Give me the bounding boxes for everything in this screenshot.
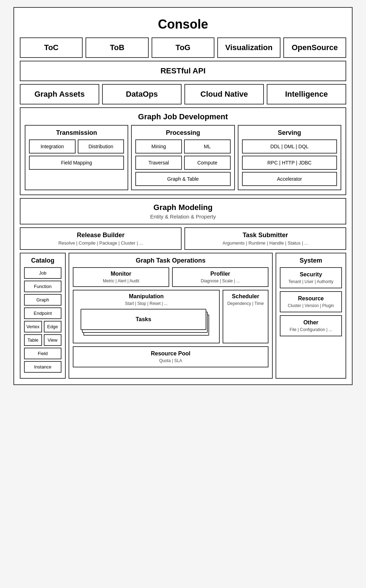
nav-tog[interactable]: ToG: [152, 37, 214, 58]
diagram-container: Console ToC ToB ToG Visualization OpenSo…: [13, 7, 353, 385]
accelerator-cell: Accelerator: [242, 172, 337, 186]
task-card-front: Tasks: [81, 309, 206, 330]
scheduler: Scheduler Dependency | Time: [223, 290, 268, 343]
cloud-native[interactable]: Cloud Native: [184, 84, 264, 104]
gjd-title: Graph Job Development: [25, 112, 341, 121]
compute-cell: Compute: [184, 156, 231, 170]
ts-subtitle: Arguments | Runtime | Handle | Status | …: [189, 240, 341, 246]
other: Other File | Configuration | ...: [280, 315, 342, 336]
manipulation: Manipulation Start | Stop | Reset | ... …: [73, 290, 220, 343]
intelligence[interactable]: Intelligence: [267, 84, 346, 104]
catalog-field: Field: [24, 348, 61, 359]
processing-col: Processing Mining ML Traversal Compute G…: [131, 125, 235, 190]
catalog-edge: Edge: [44, 321, 62, 332]
top-nav: ToC ToB ToG Visualization OpenSource: [20, 37, 346, 58]
catalog: Catalog Job Function Graph Endpoint Vert…: [20, 253, 66, 379]
system: System Security Tenant | User | Authorit…: [276, 253, 346, 379]
transmission-grid: Integration Distribution: [29, 139, 124, 154]
ddl-dml-dql-cell: DDL | DML | DQL: [242, 139, 337, 154]
rp-sub: Quota | SLA: [77, 358, 264, 363]
task-submitter: Task Submitter Arguments | Runtime | Han…: [184, 227, 346, 250]
gm-title: Graph Modeling: [25, 203, 341, 212]
serving-title: Serving: [242, 129, 337, 137]
security: Security Tenant | User | Authority: [280, 267, 342, 288]
graph-job-development: Graph Job Development Transmission Integ…: [20, 107, 346, 195]
monitor: Monitor Metric | Alert | Audit: [73, 267, 169, 287]
rb-title: Release Builder: [25, 232, 177, 239]
restful-api: RESTful API: [20, 61, 346, 81]
other-sub: File | Configuration | ...: [284, 327, 338, 332]
resource-title: Resource: [284, 295, 338, 302]
other-title: Other: [284, 319, 338, 326]
monitor-sub: Metric | Alert | Audit: [76, 278, 166, 283]
catalog-vertex: Vertex: [24, 321, 42, 332]
processing-grid-top: Mining ML Traversal Compute: [135, 139, 230, 170]
graph-table-row: Graph & Table: [135, 172, 230, 186]
catalog-instance: Instance: [24, 361, 61, 373]
rpc-http-jdbc-cell: RPC | HTTP | JDBC: [242, 156, 337, 170]
profiler-title: Profiler: [176, 271, 265, 277]
traversal-cell: Traversal: [135, 156, 182, 170]
nav-toc[interactable]: ToC: [20, 37, 83, 58]
gto-title: Graph Task Operations: [73, 257, 268, 264]
graph-assets[interactable]: Graph Assets: [20, 84, 99, 104]
gto-middle-row: Manipulation Start | Stop | Reset | ... …: [73, 290, 268, 343]
monitor-title: Monitor: [76, 271, 166, 277]
second-row: Graph Assets DataOps Cloud Native Intell…: [20, 84, 346, 104]
graph-modeling: Graph Modeling Entity & Relation & Prope…: [20, 198, 346, 224]
catalog-table: Table: [24, 334, 42, 346]
graph-table-cell: Graph & Table: [135, 172, 230, 186]
gto-top-row: Monitor Metric | Alert | Audit Profiler …: [73, 267, 268, 287]
catalog-endpoint: Endpoint: [24, 307, 61, 319]
resource-pool: Resource Pool Quota | SLA: [73, 346, 268, 367]
ml-cell: ML: [184, 139, 231, 154]
manipulation-title: Manipulation: [76, 293, 216, 300]
mining-cell: Mining: [135, 139, 182, 154]
release-task-row: Release Builder Resolve | Compile | Pack…: [20, 227, 346, 250]
graph-task-operations: Graph Task Operations Monitor Metric | A…: [69, 253, 273, 379]
nav-visualization[interactable]: Visualization: [217, 37, 280, 58]
processing-title: Processing: [135, 129, 230, 137]
release-builder: Release Builder Resolve | Compile | Pack…: [20, 227, 182, 250]
catalog-graph: Graph: [24, 294, 61, 306]
catalog-function: Function: [24, 281, 61, 292]
catalog-job: Job: [24, 267, 61, 279]
security-sub: Tenant | User | Authority: [284, 279, 338, 284]
nav-tob[interactable]: ToB: [85, 37, 148, 58]
tasks-stack-container: Tasks: [76, 308, 216, 340]
tasks-label: Tasks: [136, 316, 151, 323]
main-title: Console: [20, 13, 346, 37]
dataops[interactable]: DataOps: [102, 84, 182, 104]
rp-title: Resource Pool: [77, 350, 264, 357]
profiler-sub: Diagnose | Scale | ...: [176, 278, 265, 283]
nav-opensource[interactable]: OpenSource: [283, 37, 346, 58]
manipulation-sub: Start | Stop | Reset | ...: [76, 301, 216, 306]
serving-grid: DDL | DML | DQL RPC | HTTP | JDBC Accele…: [242, 139, 337, 186]
bottom-section: Catalog Job Function Graph Endpoint Vert…: [20, 253, 346, 379]
scheduler-title: Scheduler: [226, 293, 265, 300]
transmission-col: Transmission Integration Distribution Fi…: [25, 125, 128, 190]
transmission-title: Transmission: [29, 129, 124, 137]
catalog-title: Catalog: [24, 257, 61, 264]
gjd-inner: Transmission Integration Distribution Fi…: [25, 125, 341, 190]
serving-col: Serving DDL | DML | DQL RPC | HTTP | JDB…: [238, 125, 341, 190]
profiler: Profiler Diagnose | Scale | ...: [172, 267, 268, 287]
distribution-cell: Distribution: [78, 139, 124, 154]
system-title: System: [280, 257, 342, 264]
gm-subtitle: Entity & Relation & Property: [25, 214, 341, 220]
rb-subtitle: Resolve | Compile | Package | Cluster | …: [25, 240, 177, 246]
scheduler-sub: Dependency | Time: [226, 301, 265, 306]
resource: Resource Cluster | Version | Plugin: [280, 291, 342, 312]
integration-cell: Integration: [29, 139, 76, 154]
field-mapping-row: Field Mapping: [29, 156, 124, 170]
resource-sub: Cluster | Version | Plugin: [284, 303, 338, 308]
catalog-view: View: [44, 334, 62, 346]
security-title: Security: [284, 271, 338, 278]
catalog-vertex-edge-table-view: Vertex Edge Table View: [24, 321, 61, 346]
field-mapping-cell: Field Mapping: [29, 156, 124, 170]
ts-title: Task Submitter: [189, 232, 341, 239]
